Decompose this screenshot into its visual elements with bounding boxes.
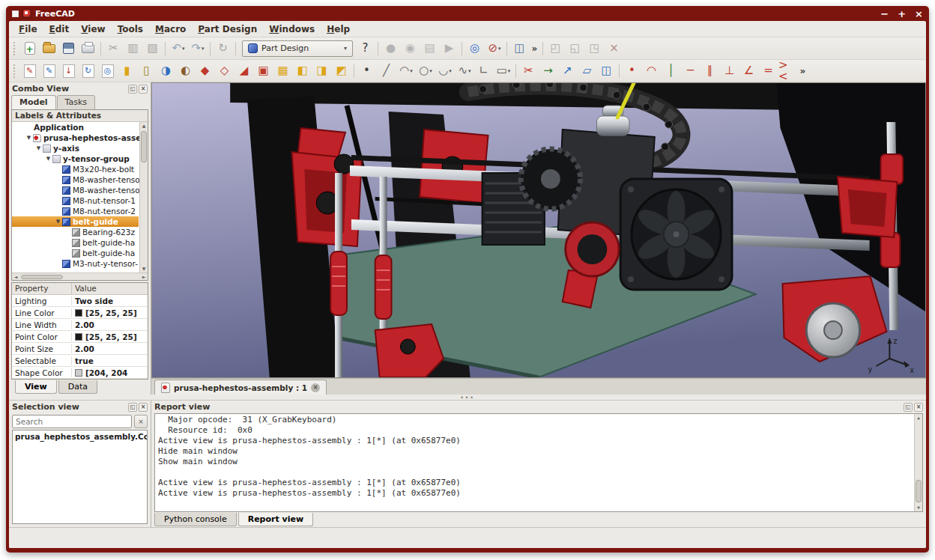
- tree-item-m8-washer-tensor-2[interactable]: M8-washer-tenso: [12, 185, 139, 195]
- box-element-selection-button[interactable]: ◰: [546, 40, 566, 58]
- expander-icon[interactable]: [34, 145, 43, 151]
- expander-icon[interactable]: [44, 156, 52, 162]
- create-sketch-button[interactable]: ✎: [20, 62, 40, 80]
- thickness-button[interactable]: ▣: [254, 62, 273, 80]
- constrain-point-on-object-button[interactable]: ◠: [642, 62, 662, 80]
- draw-style-button[interactable]: ⊘ ▾: [485, 40, 504, 58]
- undo-button[interactable]: ↶ ▾: [169, 40, 188, 58]
- menu-view[interactable]: View: [76, 22, 110, 36]
- constrain-coincident-button[interactable]: •: [623, 62, 642, 80]
- property-row-line-width[interactable]: Line Width 2.00: [12, 319, 148, 331]
- tree-item-bearing-623z[interactable]: Bearing-623z: [12, 227, 139, 237]
- select-all-button[interactable]: ◳: [585, 40, 605, 58]
- scrollbar-thumb[interactable]: [916, 480, 922, 502]
- extend-edge-button[interactable]: →: [539, 62, 558, 80]
- carbon-copy-button[interactable]: ▱: [578, 62, 597, 80]
- scrollbar-thumb[interactable]: [141, 131, 147, 162]
- tree-item-y-axis[interactable]: y-axis: [12, 143, 139, 153]
- property-row-selectable[interactable]: Selectable true: [12, 355, 148, 367]
- boolean-common-button[interactable]: ◨: [312, 62, 332, 80]
- constrain-symmetric-button[interactable]: ><: [778, 62, 798, 80]
- map-sketch-button[interactable]: ↓: [59, 62, 79, 80]
- dock-splitter[interactable]: ···: [9, 395, 926, 400]
- macro-stop-button[interactable]: ◉: [401, 40, 420, 58]
- macro-record-button[interactable]: ●: [381, 40, 401, 58]
- box-selection-button[interactable]: ◱: [566, 40, 585, 58]
- reorient-sketch-button[interactable]: ↻: [79, 62, 98, 80]
- fillet-button[interactable]: ◆: [196, 62, 215, 80]
- close-panel-icon[interactable]: ×: [914, 403, 923, 412]
- scroll-up-icon[interactable]: ▲: [140, 122, 148, 130]
- constrain-vertical-button[interactable]: │: [662, 62, 681, 80]
- menu-help[interactable]: Help: [321, 22, 355, 36]
- scroll-down-icon[interactable]: ▼: [140, 265, 148, 273]
- tree-item-belt-guide-ha-2[interactable]: belt-guide-ha: [12, 248, 139, 258]
- menu-file[interactable]: File: [13, 22, 43, 36]
- float-panel-icon[interactable]: ◱: [904, 403, 913, 412]
- menu-part-design[interactable]: Part Design: [193, 22, 262, 36]
- tree-item-m8-nut-tensor-2[interactable]: M8-nut-tensor-2: [12, 206, 139, 216]
- tree-item-m8-nut-tensor-1[interactable]: M8-nut-tensor-1: [12, 195, 139, 206]
- tab-view[interactable]: View: [15, 380, 57, 394]
- pocket-button[interactable]: ▯: [137, 62, 157, 80]
- tree-horizontal-scrollbar[interactable]: ◄ ►: [12, 273, 148, 280]
- property-row-line-color[interactable]: Line Color [25, 25, 25]: [12, 307, 148, 319]
- constrain-equal-button[interactable]: =: [759, 62, 778, 80]
- boolean-union-button[interactable]: ▦: [273, 62, 293, 80]
- menu-windows[interactable]: Windows: [264, 22, 320, 36]
- macros-dialog-button[interactable]: ▤: [420, 40, 440, 58]
- draft-button[interactable]: ◢: [234, 62, 254, 80]
- revolution-button[interactable]: ◑: [157, 62, 176, 80]
- boolean-cut-button[interactable]: ◧: [293, 62, 312, 80]
- tab-report-view[interactable]: Report view: [238, 513, 313, 526]
- create-circle-button[interactable]: ○ ▾: [416, 62, 435, 80]
- toolbar-handle-icon[interactable]: [13, 42, 17, 55]
- tree-vertical-scrollbar[interactable]: ▲ ▼: [139, 122, 148, 273]
- external-geometry-button[interactable]: ↗: [558, 62, 578, 80]
- title-bar[interactable]: FreeCAD − + ×: [6, 6, 929, 21]
- toolbar-overflow-button[interactable]: »: [530, 40, 540, 58]
- tab-model[interactable]: Model: [11, 95, 56, 109]
- tree-item-prusa-hephestos-assembly[interactable]: prusa-hephestos-assembly: [12, 133, 139, 143]
- create-line-button[interactable]: ╱: [377, 62, 396, 80]
- expander-icon[interactable]: [25, 135, 33, 141]
- groove-button[interactable]: ◐: [176, 62, 196, 80]
- toolbar-handle-icon[interactable]: [13, 64, 17, 78]
- constrain-parallel-button[interactable]: ∥: [701, 62, 720, 80]
- open-document-button[interactable]: [40, 40, 59, 58]
- tree-item-belt-guide-ha-1[interactable]: belt-guide-ha: [12, 237, 139, 248]
- close-button[interactable]: ×: [915, 9, 923, 19]
- property-row-shape-color[interactable]: Shape Color [204, 204: [12, 367, 148, 379]
- maximize-button[interactable]: +: [898, 9, 906, 19]
- scroll-right-icon[interactable]: ►: [140, 274, 148, 279]
- redo-button[interactable]: ↷ ▾: [188, 40, 208, 58]
- close-panel-icon[interactable]: ×: [139, 403, 148, 412]
- menu-macro[interactable]: Macro: [150, 22, 191, 36]
- trim-edge-button[interactable]: ✂: [519, 62, 539, 80]
- macro-execute-button[interactable]: ▶: [440, 40, 459, 58]
- property-row-point-size[interactable]: Point Size 2.00: [12, 343, 148, 355]
- scroll-left-icon[interactable]: ◄: [12, 274, 19, 279]
- create-arc-button[interactable]: ◠ ▾: [396, 62, 416, 80]
- workbench-selector[interactable]: Part Design ▾: [242, 40, 353, 57]
- float-panel-icon[interactable]: ◱: [128, 403, 137, 412]
- boolean-section-button[interactable]: ◩: [332, 62, 351, 80]
- scroll-up-icon[interactable]: ▲: [915, 414, 922, 421]
- scrollbar-thumb[interactable]: [21, 275, 63, 279]
- clear-search-button[interactable]: ×: [134, 415, 148, 428]
- selection-list-item[interactable]: prusa_hephestos_assembly.CompoundC: [15, 432, 145, 441]
- create-bspline-button[interactable]: ∿ ▾: [455, 62, 474, 80]
- tab-tasks[interactable]: Tasks: [57, 95, 95, 109]
- refresh-button[interactable]: ↻: [214, 40, 233, 58]
- create-polyline-button[interactable]: ∟: [474, 62, 494, 80]
- search-input[interactable]: [12, 415, 132, 428]
- axonometric-view-button[interactable]: ◫: [510, 40, 530, 58]
- report-log[interactable]: ▲ ▼ Major opcode: 31 (X_GrabKeyboard) Re…: [154, 413, 923, 512]
- tree-item-m3x20-hex-bolt[interactable]: M3x20-hex-bolt: [12, 164, 139, 174]
- tree-item-m3-nut-y-tensor[interactable]: M3-nut-y-tensor-: [12, 258, 139, 269]
- tree-item-y-tensor-group[interactable]: y-tensor-group: [12, 153, 139, 164]
- create-rectangle-button[interactable]: ▭ ▾: [494, 62, 513, 80]
- pad-button[interactable]: ▮: [118, 62, 137, 80]
- close-panel-icon[interactable]: ×: [139, 85, 148, 94]
- print-button[interactable]: [79, 40, 98, 58]
